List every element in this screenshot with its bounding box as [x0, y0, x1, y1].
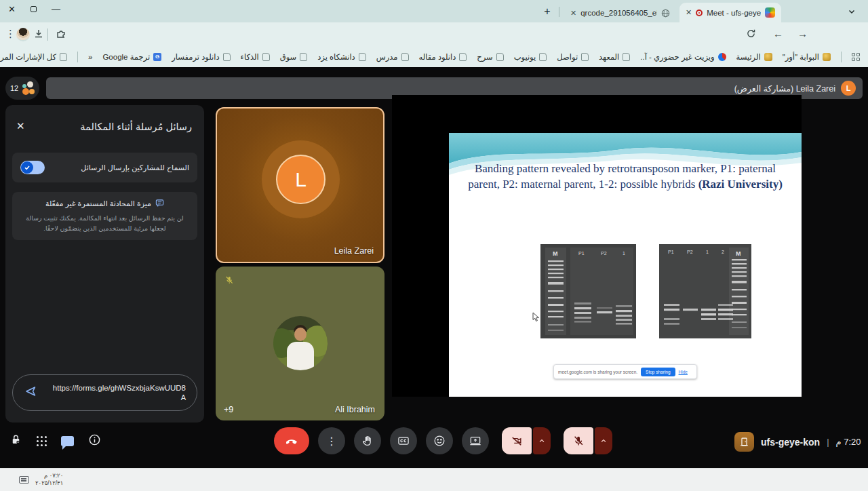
leila-avatar: L [276, 155, 326, 204]
bookmark-page-icon [459, 53, 467, 61]
bookmark-label: البوابة "أور" [783, 52, 819, 62]
video-tile-ali[interactable]: +9 Ali Ibrahim [216, 267, 384, 420]
screen-share-banner: meet.google.com is sharing your screen. … [553, 364, 697, 379]
bookmark-label: ترجمة Google [102, 52, 150, 62]
svg-text:P1: P1 [668, 250, 674, 254]
bookmark-page-icon [262, 53, 270, 61]
bookmark-item[interactable]: دانلود مقاله [419, 52, 467, 62]
bookmark-item[interactable]: يونيوب [514, 52, 547, 62]
window-close-button[interactable]: ✕ [8, 5, 16, 14]
activities-grid-icon[interactable] [37, 436, 47, 446]
taskbar-clock[interactable]: ٠٧:٢٠ م ٢٠٢٥/١٢/٣١ [35, 472, 63, 488]
captions-button[interactable] [390, 427, 417, 454]
tab-close-icon[interactable]: ✕ [686, 8, 692, 17]
bookmark-page-icon [623, 53, 630, 61]
bookmark-item[interactable]: الرئيسة [736, 52, 772, 62]
host-controls-icon[interactable] [9, 433, 22, 449]
bookmarks-bar: البوابة "أور" الرئيسة ويزيت غير حضوري - … [0, 47, 868, 67]
toggle-check-icon [21, 161, 33, 174]
tab-qrcode[interactable]: ✕ qrcode_291056405_e5f5a8bcb [564, 3, 676, 22]
more-participants-count[interactable]: +9 [224, 405, 233, 414]
info-icon[interactable] [88, 433, 101, 449]
browser-menu-icon[interactable]: ⋮ [5, 28, 16, 40]
notice-body: لن يتم حفظ الرسائل بعد انتهاء المكالمة. … [18, 214, 192, 233]
raise-hand-button[interactable] [354, 427, 381, 454]
bookmark-item[interactable]: تواصل [557, 52, 589, 62]
video-tile-leila[interactable]: L Leila Zarei [216, 107, 384, 263]
bookmark-favicon-icon [823, 53, 831, 61]
bookmark-label: مدرس [376, 52, 398, 62]
allow-messages-toggle[interactable] [20, 161, 45, 174]
mouse-cursor [532, 312, 540, 325]
bookmarks-apps-grid-icon[interactable] [852, 53, 860, 62]
bookmark-page-icon [539, 53, 547, 61]
hide-banner-link[interactable]: Hide [679, 370, 688, 374]
bookmark-item[interactable]: سوق [280, 52, 308, 62]
participants-count-pill[interactable]: 12 [5, 77, 39, 100]
panel-close-button[interactable]: ✕ [16, 120, 25, 132]
windows-taskbar: ٠٧:٢٠ م ٢٠٢٥/١٢/٣١ Z بحث [0, 468, 868, 491]
send-message-icon[interactable] [24, 385, 37, 401]
meet-utility-icons [9, 433, 101, 449]
download-icon[interactable] [33, 28, 44, 41]
bookmark-item[interactable]: دانشكاه يزد [317, 52, 366, 62]
window-restore-button[interactable] [31, 6, 37, 12]
camera-off-button[interactable] [502, 427, 532, 454]
bookmark-item[interactable]: دانلود ترمفسار [172, 52, 230, 62]
window-minimize-button[interactable]: — [52, 5, 60, 14]
bookmark-item[interactable]: الذكاء [241, 52, 270, 62]
bookmark-item[interactable]: سرح [477, 52, 503, 62]
chat-icon[interactable] [61, 436, 74, 446]
mic-options-chevron-icon[interactable] [595, 427, 612, 454]
reload-icon[interactable] [746, 28, 756, 41]
all-bookmarks-label: كل الإشارات المرجعية [0, 52, 56, 62]
bookmark-item[interactable]: ويزيت غير حضوري - آ.. [640, 52, 726, 62]
globe-favicon-icon [661, 9, 670, 18]
mic-off-button[interactable] [564, 427, 593, 454]
message-input[interactable]: https://forms.gle/ghWSzxbjaKswUUD8 A [12, 374, 197, 411]
tab-title: qrcode_291056405_e5f5a8bcb [580, 9, 657, 17]
slide-title: Banding pattern revealed by retrotranspo… [465, 161, 785, 193]
more-options-button[interactable]: ⋮ [318, 427, 345, 454]
bookmark-favicon-icon [718, 53, 726, 61]
profile-avatar[interactable] [16, 28, 30, 41]
reactions-button[interactable] [426, 427, 453, 454]
all-bookmarks-button[interactable]: كل الإشارات المرجعية [0, 52, 67, 62]
bookmark-item[interactable]: Gترجمة Google [102, 52, 161, 62]
present-screen-button[interactable] [462, 427, 489, 454]
footer-separator: | [827, 437, 829, 447]
tab-title: Meet - ufs-geye-kon [707, 9, 761, 17]
bookmarks-overflow-chevron[interactable]: « [88, 53, 92, 61]
touch-keyboard-icon[interactable] [19, 476, 29, 484]
meet-favicon-icon [765, 7, 775, 18]
message-link-text[interactable]: https://forms.gle/ghWSzxbjaKswUUD8 [44, 384, 186, 392]
svg-text:P2: P2 [601, 251, 607, 256]
bookmark-item[interactable]: مدرس [376, 52, 409, 62]
meeting-room-icon [734, 432, 754, 452]
svg-text:M: M [736, 250, 741, 257]
bookmark-page-icon [223, 53, 231, 61]
tab-close-icon[interactable]: ✕ [570, 9, 576, 18]
camera-options-chevron-icon[interactable] [533, 427, 551, 454]
clock-date: ٢٠٢٥/١٢/٣١ [35, 479, 63, 487]
new-tab-button[interactable]: + [539, 3, 555, 20]
meet-app: 12 Leila Zarei (مشاركة العرض) L ✕ رسائل … [0, 67, 868, 468]
bookmark-item[interactable]: المعهد [599, 52, 630, 62]
end-call-button[interactable] [274, 427, 309, 454]
allow-messages-row: السماح للمشاركين بإرسال الرسائل [12, 153, 197, 182]
extensions-icon[interactable] [56, 28, 66, 41]
in-call-messages-panel: ✕ رسائل مُرسلة أثناء المكالمة السماح للم… [5, 105, 204, 423]
clock-time: ٠٧:٢٠ م [35, 472, 63, 479]
svg-text:M: M [553, 250, 558, 257]
bookmark-favicon-icon [764, 53, 772, 61]
bookmark-label: دانلود مقاله [419, 52, 456, 62]
forward-icon[interactable]: → [797, 28, 808, 39]
bookmark-label: الرئيسة [736, 52, 761, 62]
translate-favicon-icon: G [153, 53, 161, 61]
bookmark-item[interactable]: البوابة "أور" [783, 52, 831, 62]
back-icon[interactable]: ← [773, 28, 783, 39]
tab-meet-active[interactable]: ✕ Meet - ufs-geye-kon [679, 3, 781, 22]
slide-title-bold: (Razi University) [698, 178, 783, 191]
stop-sharing-button[interactable]: Stop sharing [641, 368, 675, 376]
tab-list-chevron-icon[interactable] [848, 6, 856, 18]
